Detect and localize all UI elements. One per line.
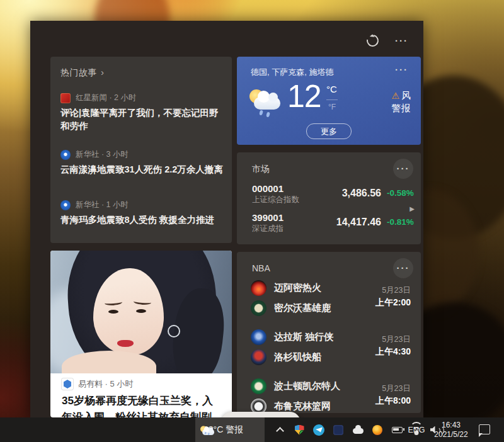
la-clippers-logo-icon xyxy=(251,349,266,365)
check-badge-icon xyxy=(299,430,306,437)
panel-more-icon[interactable]: ··· xyxy=(395,37,408,45)
screen: ··· 热门故事› 红星新闻 · 2 小时 评论|袁隆平离开了我们，不要忘记田野… xyxy=(0,0,504,442)
telegram-tray-icon[interactable] xyxy=(312,417,326,442)
clock-widget[interactable]: 16:43 2021/5/22 xyxy=(428,417,474,442)
refresh-icon[interactable] xyxy=(364,32,381,48)
hot-stories-header[interactable]: 热门故事› xyxy=(60,67,105,79)
index-value: 14,417.46 xyxy=(302,217,381,228)
sun-rain-cloud-icon xyxy=(249,89,284,116)
celsius-unit[interactable]: °C xyxy=(326,84,338,94)
photo-story-headline[interactable]: 35岁杨幂再度无缘白玉兰奖，入 年没入围，粉丝让其放弃自制剧 xyxy=(62,393,222,417)
weather-card[interactable]: 德国, 下萨克森, 施塔德 ··· 12 °C °F ⚠风 警报 更多 xyxy=(237,57,421,145)
hot-stories-title: 热门故事 xyxy=(60,67,97,77)
photo-story-meta: 易有料 · 5 小时 xyxy=(78,378,133,390)
weather-location: 德国, 下萨克森, 施塔德 xyxy=(251,67,333,78)
weather-more-icon[interactable]: ··· xyxy=(392,63,411,77)
nba-more-button[interactable]: ··· xyxy=(393,258,413,278)
milwaukee-bucks-logo-icon xyxy=(251,300,266,316)
shield-icon xyxy=(295,425,304,435)
cloud-icon xyxy=(353,428,364,434)
brooklyn-nets-logo-icon xyxy=(251,399,266,414)
hot-stories-card: 热门故事› 红星新闻 · 2 小时 评论|袁隆平离开了我们，不要忘记田野和劳作 … xyxy=(50,57,232,243)
market-row[interactable]: 399001 深证成指 14,417.46 -0.81% xyxy=(252,212,397,238)
news-source-meta: 红星新闻 · 2 小时 xyxy=(76,93,137,103)
taskbar-weather-widget[interactable]: 12°C 警报 xyxy=(195,417,265,442)
photo-story-source: 易有料 · 5 小时 xyxy=(62,378,133,390)
team-row[interactable]: 迈阿密热火 xyxy=(251,280,321,296)
news-interests-panel: ··· 热门故事› 红星新闻 · 2 小时 评论|袁隆平离开了我们，不要忘记田野… xyxy=(30,21,423,417)
taskbar: 12°C 警报 ENG 16:43 2021/5/22 xyxy=(0,417,504,442)
orange-app-tray-icon[interactable] xyxy=(370,417,384,442)
miami-heat-logo-icon xyxy=(251,280,266,296)
chevron-up-icon xyxy=(276,427,284,435)
news-source: 新华社 · 1 小时 xyxy=(60,200,129,210)
story-photo xyxy=(50,251,232,373)
news-source: 红星新闻 · 2 小时 xyxy=(60,93,137,103)
team-row[interactable]: 达拉斯 独行侠 xyxy=(251,329,333,345)
power-tray-icon[interactable] xyxy=(390,417,404,442)
team-row[interactable]: 波士顿凯尔特人 xyxy=(251,378,340,394)
weather-more-button[interactable]: 更多 xyxy=(306,123,352,139)
wind-alert[interactable]: ⚠风 警报 xyxy=(391,89,411,115)
game-hour: 上午2:00 xyxy=(375,297,411,309)
team-row[interactable]: 密尔沃基雄鹿 xyxy=(251,300,331,316)
app-tray-icon[interactable] xyxy=(331,417,345,442)
taskbar-time: 16:43 xyxy=(442,421,461,430)
alert-text-line2: 警报 xyxy=(391,103,410,113)
market-card[interactable]: 市场 ··· 000001 上证综合指数 3,486.56 -0.58% 399… xyxy=(237,152,421,244)
game-date: 5月23日 xyxy=(375,285,411,297)
index-value: 3,486.56 xyxy=(302,188,381,199)
action-center-icon[interactable] xyxy=(479,424,490,434)
team-row[interactable]: 洛杉矶快船 xyxy=(251,349,321,365)
market-more-button[interactable]: ··· xyxy=(393,159,413,179)
game-date: 5月23日 xyxy=(375,334,411,346)
nba-title: NBA xyxy=(252,263,270,273)
photo-story-card[interactable]: 易有料 · 5 小时 35岁杨幂再度无缘白玉兰奖，入 年没入围，粉丝让其放弃自制… xyxy=(50,251,232,417)
game-time: 5月23日 上午4:30 xyxy=(375,334,411,358)
more-dots-icon: ··· xyxy=(397,264,410,273)
taskbar-weather-icon xyxy=(200,426,207,434)
warning-icon: ⚠ xyxy=(391,91,399,101)
team-name: 波士顿凯尔特人 xyxy=(274,380,340,392)
xinhua-news-icon xyxy=(60,200,71,210)
weather-temperature: 12 xyxy=(287,78,321,115)
market-row[interactable]: 000001 上证综合指数 3,486.56 -0.58% xyxy=(252,183,397,209)
game-time: 5月23日 上午8:00 xyxy=(375,383,411,407)
team-name: 密尔沃基雄鹿 xyxy=(274,302,331,314)
dallas-mavericks-logo-icon xyxy=(251,329,266,345)
game-time: 5月23日 上午2:00 xyxy=(375,285,411,309)
battery-icon xyxy=(392,427,403,433)
news-headline[interactable]: 青海玛多地震致8人受伤 救援全力推进 xyxy=(60,213,223,227)
alert-text-line1: 风 xyxy=(401,90,411,101)
telegram-icon xyxy=(313,424,324,436)
news-source-meta: 新华社 · 1 小时 xyxy=(76,200,129,210)
nba-card[interactable]: NBA ··· 迈阿密热火 密尔沃基雄鹿 5月23日 上午2:00 达拉斯 独行… xyxy=(237,252,421,413)
game-hour: 上午4:30 xyxy=(375,346,411,358)
news-headline[interactable]: 评论|袁隆平离开了我们，不要忘记田野和劳作 xyxy=(60,106,223,133)
game-date: 5月23日 xyxy=(375,383,411,395)
tray-expand-button[interactable] xyxy=(273,417,287,442)
team-name: 迈阿密热火 xyxy=(274,282,321,294)
fahrenheit-unit[interactable]: °F xyxy=(326,99,338,111)
team-name: 达拉斯 独行侠 xyxy=(274,331,333,343)
team-name: 洛杉矶快船 xyxy=(274,351,321,363)
more-dots-icon: ··· xyxy=(397,164,410,173)
taskbar-date: 2021/5/22 xyxy=(434,430,467,439)
market-title: 市场 xyxy=(252,164,270,175)
chevron-right-icon: › xyxy=(101,67,105,77)
language-indicator[interactable]: ENG xyxy=(406,417,427,442)
game-hour: 上午8:00 xyxy=(375,395,411,407)
defender-tray-icon[interactable] xyxy=(292,417,306,442)
team-name: 布鲁克林篮网 xyxy=(274,400,331,412)
team-row[interactable]: 布鲁克林篮网 xyxy=(251,398,331,413)
index-change: -0.81% xyxy=(387,217,414,227)
xinhua-news-icon xyxy=(60,150,71,160)
hongxing-news-icon xyxy=(60,93,71,103)
news-source: 新华社 · 3 小时 xyxy=(60,149,129,160)
flame-app-icon xyxy=(372,425,382,435)
news-headline[interactable]: 云南漾濞地震致31人死伤 2.2万余人撤离 xyxy=(60,163,223,176)
cloud-tray-icon[interactable] xyxy=(351,417,365,442)
dark-blue-app-icon xyxy=(333,425,343,435)
market-next-arrow[interactable]: ▶ xyxy=(410,205,415,212)
boston-celtics-logo-icon xyxy=(251,378,266,394)
